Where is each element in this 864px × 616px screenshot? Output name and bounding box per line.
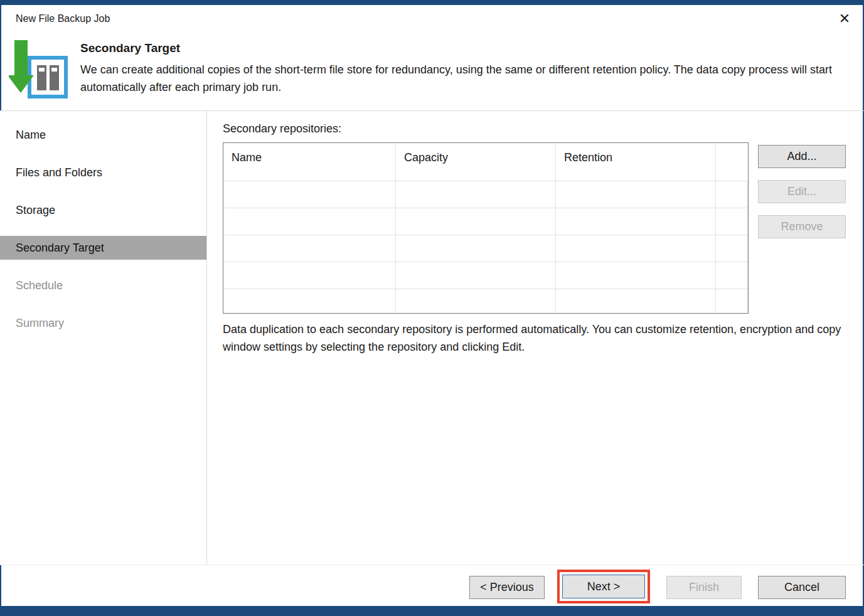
footer-divider — [0, 565, 864, 565]
sidebar-item-storage[interactable]: Storage — [0, 191, 206, 229]
step-label: Name — [16, 129, 46, 142]
add-button[interactable]: Add... — [758, 145, 846, 168]
sidebar-item-summary[interactable]: Summary — [0, 304, 206, 342]
step-label: Storage — [16, 204, 55, 217]
window-title: New File Backup Job — [16, 13, 110, 24]
sidebar-item-name[interactable]: Name — [0, 116, 206, 154]
sidebar-item-schedule[interactable]: Schedule — [0, 267, 206, 304]
backup-job-icon — [9, 39, 69, 104]
column-header-name[interactable]: Name — [223, 143, 396, 181]
window-border-top — [0, 0, 864, 5]
finish-button[interactable]: Finish — [666, 576, 742, 599]
column-header-retention[interactable]: Retention — [556, 143, 716, 181]
step-label: Files and Folders — [16, 166, 102, 179]
table-row — [223, 235, 748, 262]
table-row — [223, 181, 748, 208]
wizard-steps-sidebar: Name Files and Folders Storage Secondary… — [0, 111, 207, 565]
table-header-row: Name Capacity Retention — [223, 143, 748, 181]
cancel-button[interactable]: Cancel — [758, 576, 846, 599]
window-border-bottom — [0, 606, 864, 616]
next-button-highlight: Next > — [557, 570, 650, 603]
secondary-repositories-table[interactable]: Name Capacity Retention — [223, 142, 749, 314]
previous-button[interactable]: < Previous — [469, 576, 545, 599]
table-row — [223, 208, 748, 235]
table-row — [223, 289, 748, 314]
step-label: Summary — [16, 317, 64, 330]
step-label: Secondary Target — [16, 242, 104, 255]
step-description: We can create additional copies of the s… — [80, 61, 833, 96]
edit-button[interactable]: Edit... — [758, 180, 846, 203]
close-icon[interactable]: ✕ — [833, 9, 856, 29]
secondary-repositories-label: Secondary repositories: — [223, 122, 341, 135]
sidebar-item-secondary-target[interactable]: Secondary Target — [0, 236, 206, 260]
new-file-backup-job-window: New File Backup Job ✕ Secondary Target W… — [0, 0, 864, 616]
sidebar-item-files-and-folders[interactable]: Files and Folders — [0, 154, 206, 191]
step-title: Secondary Target — [80, 41, 180, 55]
next-button[interactable]: Next > — [562, 575, 645, 598]
column-header-spacer — [716, 143, 748, 181]
column-header-capacity[interactable]: Capacity — [396, 143, 556, 181]
remove-button[interactable]: Remove — [758, 215, 846, 238]
step-label: Schedule — [16, 279, 63, 292]
table-row — [223, 262, 748, 289]
duplication-note: Data duplication to each secondary repos… — [223, 321, 853, 356]
